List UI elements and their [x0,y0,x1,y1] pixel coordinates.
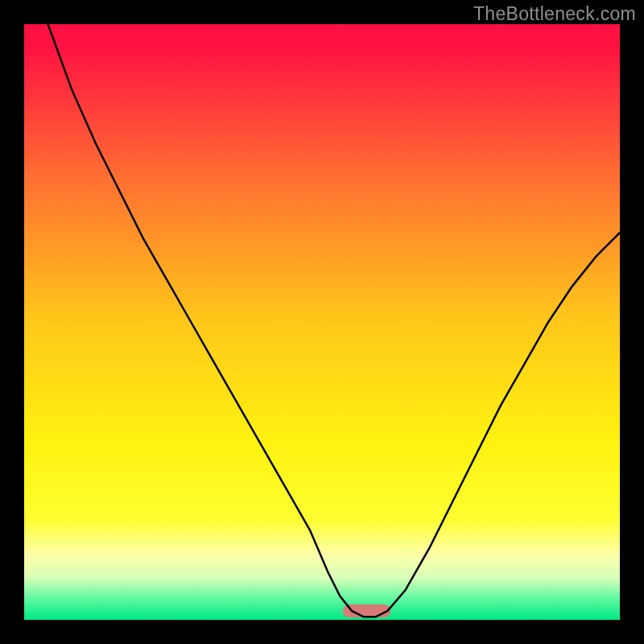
gradient-rect [24,24,620,620]
watermark-text: TheBottleneck.com [473,3,636,25]
plot-area [24,24,620,620]
chart-svg [24,24,620,620]
optimal-marker [343,605,390,617]
chart-container: TheBottleneck.com [0,0,644,644]
